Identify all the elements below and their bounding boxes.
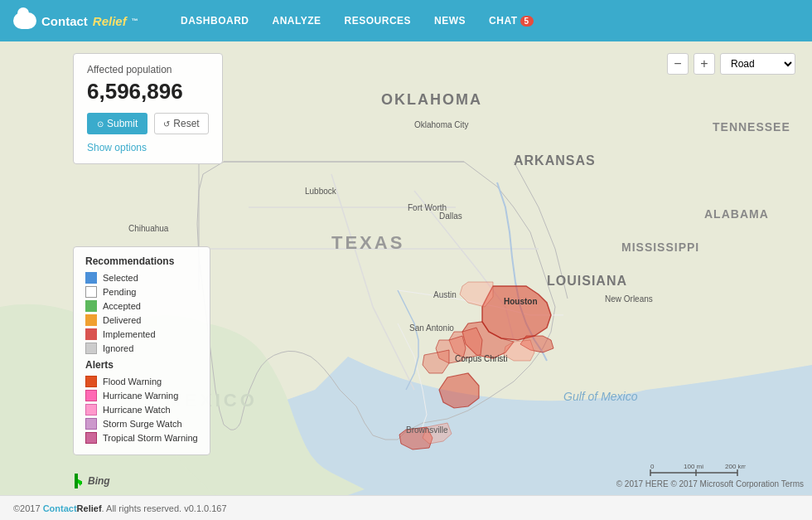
legend-flood-color [85, 376, 97, 387]
legend-delivered: Delivered [85, 314, 198, 326]
legend-tropical-storm-color [85, 432, 97, 444]
footer-contact: Contact [43, 503, 77, 513]
legend-tropical-storm: Tropical Storm Warning [85, 432, 198, 444]
zoom-in-button[interactable]: + [694, 53, 715, 75]
footer-rights: . All rights reserved. [102, 503, 182, 513]
nav-resources[interactable]: RESOURCES [335, 10, 422, 32]
alerts-title: Alerts [85, 359, 198, 371]
bing-icon [73, 474, 85, 488]
legend-storm-surge-color [85, 418, 97, 430]
legend-hurricane-watch: Hurricane Watch [85, 404, 198, 416]
population-label: Affected population [87, 64, 209, 75]
svg-text:200 km: 200 km [725, 463, 746, 470]
legend-pending: Pending [85, 286, 198, 298]
footer-copyright: ©2017 [13, 503, 41, 513]
zoom-out-button[interactable]: − [667, 53, 689, 75]
main-nav: DASHBOARD ANALYZE RESOURCES NEWS CHAT5 [171, 10, 799, 32]
logo-cloud-icon [13, 12, 36, 29]
svg-text:100 mi: 100 mi [684, 463, 703, 470]
map-copyright: © 2017 HERE © 2017 Microsoft Corporation… [616, 479, 804, 488]
legend-panel: Recommendations Selected Pending Accepte… [73, 246, 210, 455]
nav-chat[interactable]: CHAT5 [479, 10, 544, 32]
legend-storm-surge-watch: Storm Surge Watch [85, 418, 198, 430]
legend-accepted-color [85, 300, 97, 312]
show-options-link[interactable]: Show options [87, 142, 147, 153]
footer-version: v0.1.0.167 [184, 503, 226, 513]
legend-ignored-color [85, 343, 97, 354]
legend-pending-color [85, 286, 97, 298]
legend-accepted: Accepted [85, 300, 198, 312]
logo-text-relief: Relief [93, 14, 127, 28]
bing-logo: Bing [73, 474, 110, 488]
scale-bar-svg: 0 100 mi 200 km [646, 461, 746, 478]
population-panel: Affected population 6,596,896 ⊙ Submit ↺… [73, 53, 223, 164]
legend-selected-color [85, 272, 97, 284]
legend-ignored: Ignored [85, 343, 198, 354]
map-controls: − + Road Aerial Bird's eye [667, 53, 795, 75]
nav-analyze[interactable]: ANALYZE [263, 10, 331, 32]
legend-flood-warning: Flood Warning [85, 376, 198, 387]
recommendations-title: Recommendations [85, 255, 198, 267]
bing-text: Bing [88, 475, 110, 487]
population-value: 6,596,896 [87, 79, 209, 104]
scale-bar: 0 100 mi 200 km [646, 461, 746, 480]
submit-button[interactable]: ⊙ Submit [87, 113, 147, 134]
legend-implemented: Implemented [85, 328, 198, 340]
logo-area: ContactRelief™ [13, 12, 154, 29]
logo-text-contact: Contact [41, 14, 88, 28]
nav-dashboard[interactable]: DASHBOARD [171, 10, 259, 32]
nav-news[interactable]: NEWS [424, 10, 476, 32]
header: ContactRelief™ DASHBOARD ANALYZE RESOURC… [0, 0, 812, 41]
logo-tm: ™ [132, 17, 138, 25]
map-type-select[interactable]: Road Aerial Bird's eye [720, 53, 795, 75]
svg-text:0: 0 [650, 463, 655, 470]
legend-hurricane-warning: Hurricane Warning [85, 390, 198, 401]
legend-implemented-color [85, 328, 97, 340]
legend-selected: Selected [85, 272, 198, 284]
footer: ©2017 ContactRelief. All rights reserved… [0, 495, 812, 520]
map-container[interactable]: OKLAHOMA TEXAS ARKANSAS LOUISIANA MISSIS… [0, 41, 812, 495]
legend-delivered-color [85, 314, 97, 326]
footer-relief: Relief [77, 503, 102, 513]
legend-hurricane-watch-color [85, 404, 97, 416]
population-buttons: ⊙ Submit ↺ Reset [87, 113, 209, 134]
chat-badge: 5 [520, 16, 534, 27]
legend-hurricane-warning-color [85, 390, 97, 401]
reset-button[interactable]: ↺ Reset [154, 113, 208, 134]
